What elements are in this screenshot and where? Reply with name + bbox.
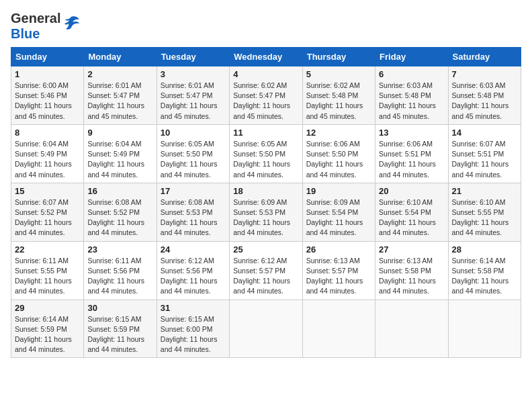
- day-cell-20: 20Sunrise: 6:10 AMSunset: 5:54 PMDayligh…: [375, 183, 448, 241]
- day-number: 10: [161, 128, 226, 138]
- day-cell-14: 14Sunrise: 6:07 AMSunset: 5:51 PMDayligh…: [448, 124, 521, 183]
- day-number: 15: [15, 186, 80, 196]
- day-cell-21: 21Sunrise: 6:10 AMSunset: 5:55 PMDayligh…: [448, 183, 521, 241]
- empty-cell: [230, 300, 302, 358]
- day-number: 31: [161, 303, 226, 313]
- day-info: Sunrise: 6:03 AMSunset: 5:48 PMDaylight:…: [379, 81, 444, 122]
- logo-bird-icon: [62, 14, 81, 33]
- day-info: Sunrise: 6:10 AMSunset: 5:55 PMDaylight:…: [452, 197, 517, 238]
- week-row-2: 8Sunrise: 6:04 AMSunset: 5:49 PMDaylight…: [11, 124, 521, 183]
- empty-cell: [375, 300, 448, 358]
- day-cell-23: 23Sunrise: 6:11 AMSunset: 5:56 PMDayligh…: [84, 241, 157, 300]
- day-info: Sunrise: 6:08 AMSunset: 5:52 PMDaylight:…: [87, 197, 152, 238]
- day-cell-31: 31Sunrise: 6:15 AMSunset: 6:00 PMDayligh…: [157, 300, 229, 358]
- day-cell-22: 22Sunrise: 6:11 AMSunset: 5:55 PMDayligh…: [11, 241, 84, 300]
- day-number: 28: [452, 244, 517, 255]
- day-cell-24: 24Sunrise: 6:12 AMSunset: 5:56 PMDayligh…: [157, 241, 229, 300]
- day-cell-29: 29Sunrise: 6:14 AMSunset: 5:59 PMDayligh…: [11, 300, 84, 358]
- day-number: 7: [452, 69, 517, 79]
- day-info: Sunrise: 6:09 AMSunset: 5:54 PMDaylight:…: [306, 197, 371, 238]
- weekday-header-monday: Monday: [84, 48, 157, 66]
- day-number: 6: [379, 69, 444, 79]
- empty-cell: [448, 300, 521, 358]
- day-number: 22: [15, 244, 80, 255]
- day-number: 24: [161, 244, 226, 255]
- day-number: 8: [15, 128, 80, 138]
- day-number: 25: [233, 244, 298, 255]
- day-info: Sunrise: 6:12 AMSunset: 5:56 PMDaylight:…: [161, 256, 226, 297]
- logo-general: General: [11, 11, 60, 26]
- day-info: Sunrise: 6:13 AMSunset: 5:57 PMDaylight:…: [306, 256, 371, 297]
- day-info: Sunrise: 6:15 AMSunset: 5:59 PMDaylight:…: [87, 314, 152, 355]
- day-info: Sunrise: 6:13 AMSunset: 5:58 PMDaylight:…: [379, 256, 444, 297]
- day-info: Sunrise: 6:12 AMSunset: 5:57 PMDaylight:…: [233, 256, 298, 297]
- day-number: 21: [452, 186, 517, 196]
- day-cell-1: 1Sunrise: 6:00 AMSunset: 5:46 PMDaylight…: [11, 66, 84, 125]
- day-number: 16: [87, 186, 152, 196]
- day-number: 3: [161, 69, 226, 79]
- day-info: Sunrise: 6:04 AMSunset: 5:49 PMDaylight:…: [15, 139, 80, 180]
- day-cell-9: 9Sunrise: 6:04 AMSunset: 5:49 PMDaylight…: [84, 124, 157, 183]
- day-number: 13: [379, 128, 444, 138]
- day-cell-4: 4Sunrise: 6:02 AMSunset: 5:47 PMDaylight…: [230, 66, 302, 125]
- day-number: 12: [306, 128, 371, 138]
- weekday-header-tuesday: Tuesday: [157, 48, 229, 66]
- day-info: Sunrise: 6:07 AMSunset: 5:51 PMDaylight:…: [452, 139, 517, 180]
- day-number: 19: [306, 186, 371, 196]
- day-number: 27: [379, 244, 444, 255]
- day-info: Sunrise: 6:08 AMSunset: 5:53 PMDaylight:…: [161, 197, 226, 238]
- day-cell-28: 28Sunrise: 6:14 AMSunset: 5:58 PMDayligh…: [448, 241, 521, 300]
- day-info: Sunrise: 6:02 AMSunset: 5:47 PMDaylight:…: [233, 81, 298, 122]
- weekday-header-saturday: Saturday: [448, 48, 521, 66]
- day-cell-6: 6Sunrise: 6:03 AMSunset: 5:48 PMDaylight…: [375, 66, 448, 125]
- day-number: 17: [161, 186, 226, 196]
- day-info: Sunrise: 6:15 AMSunset: 6:00 PMDaylight:…: [161, 314, 226, 355]
- day-number: 9: [87, 128, 152, 138]
- day-info: Sunrise: 6:11 AMSunset: 5:56 PMDaylight:…: [87, 256, 152, 297]
- day-cell-12: 12Sunrise: 6:06 AMSunset: 5:50 PMDayligh…: [302, 124, 375, 183]
- weekday-header-row: SundayMondayTuesdayWednesdayThursdayFrid…: [11, 48, 521, 66]
- day-number: 30: [87, 303, 152, 313]
- day-info: Sunrise: 6:01 AMSunset: 5:47 PMDaylight:…: [87, 81, 152, 122]
- day-cell-15: 15Sunrise: 6:07 AMSunset: 5:52 PMDayligh…: [11, 183, 84, 241]
- day-cell-3: 3Sunrise: 6:01 AMSunset: 5:47 PMDaylight…: [157, 66, 229, 125]
- day-cell-5: 5Sunrise: 6:02 AMSunset: 5:48 PMDaylight…: [302, 66, 375, 125]
- day-info: Sunrise: 6:14 AMSunset: 5:59 PMDaylight:…: [15, 314, 80, 355]
- day-info: Sunrise: 6:09 AMSunset: 5:53 PMDaylight:…: [233, 197, 298, 238]
- week-row-5: 29Sunrise: 6:14 AMSunset: 5:59 PMDayligh…: [11, 300, 521, 358]
- day-cell-18: 18Sunrise: 6:09 AMSunset: 5:53 PMDayligh…: [230, 183, 302, 241]
- week-row-3: 15Sunrise: 6:07 AMSunset: 5:52 PMDayligh…: [11, 183, 521, 241]
- day-cell-16: 16Sunrise: 6:08 AMSunset: 5:52 PMDayligh…: [84, 183, 157, 241]
- day-cell-27: 27Sunrise: 6:13 AMSunset: 5:58 PMDayligh…: [375, 241, 448, 300]
- week-row-4: 22Sunrise: 6:11 AMSunset: 5:55 PMDayligh…: [11, 241, 521, 300]
- logo-blue: Blue: [11, 26, 60, 42]
- day-info: Sunrise: 6:10 AMSunset: 5:54 PMDaylight:…: [379, 197, 444, 238]
- day-cell-19: 19Sunrise: 6:09 AMSunset: 5:54 PMDayligh…: [302, 183, 375, 241]
- day-cell-25: 25Sunrise: 6:12 AMSunset: 5:57 PMDayligh…: [230, 241, 302, 300]
- day-cell-11: 11Sunrise: 6:05 AMSunset: 5:50 PMDayligh…: [230, 124, 302, 183]
- day-number: 26: [306, 244, 371, 255]
- weekday-header-wednesday: Wednesday: [230, 48, 302, 66]
- day-cell-2: 2Sunrise: 6:01 AMSunset: 5:47 PMDaylight…: [84, 66, 157, 125]
- day-number: 23: [87, 244, 152, 255]
- day-info: Sunrise: 6:06 AMSunset: 5:51 PMDaylight:…: [379, 139, 444, 180]
- day-info: Sunrise: 6:01 AMSunset: 5:47 PMDaylight:…: [161, 81, 226, 122]
- weekday-header-thursday: Thursday: [302, 48, 375, 66]
- day-number: 2: [87, 69, 152, 79]
- empty-cell: [302, 300, 375, 358]
- weekday-header-sunday: Sunday: [11, 48, 84, 66]
- day-info: Sunrise: 6:07 AMSunset: 5:52 PMDaylight:…: [15, 197, 80, 238]
- logo: General Blue: [11, 11, 81, 42]
- day-cell-13: 13Sunrise: 6:06 AMSunset: 5:51 PMDayligh…: [375, 124, 448, 183]
- day-info: Sunrise: 6:05 AMSunset: 5:50 PMDaylight:…: [233, 139, 298, 180]
- day-info: Sunrise: 6:00 AMSunset: 5:46 PMDaylight:…: [15, 81, 80, 122]
- day-cell-10: 10Sunrise: 6:05 AMSunset: 5:50 PMDayligh…: [157, 124, 229, 183]
- day-info: Sunrise: 6:04 AMSunset: 5:49 PMDaylight:…: [87, 139, 152, 180]
- calendar-table: SundayMondayTuesdayWednesdayThursdayFrid…: [11, 47, 521, 358]
- day-number: 18: [233, 186, 298, 196]
- day-info: Sunrise: 6:14 AMSunset: 5:58 PMDaylight:…: [452, 256, 517, 297]
- week-row-1: 1Sunrise: 6:00 AMSunset: 5:46 PMDaylight…: [11, 66, 521, 125]
- day-info: Sunrise: 6:06 AMSunset: 5:50 PMDaylight:…: [306, 139, 371, 180]
- page-header: General Blue: [11, 11, 521, 42]
- day-info: Sunrise: 6:03 AMSunset: 5:48 PMDaylight:…: [452, 81, 517, 122]
